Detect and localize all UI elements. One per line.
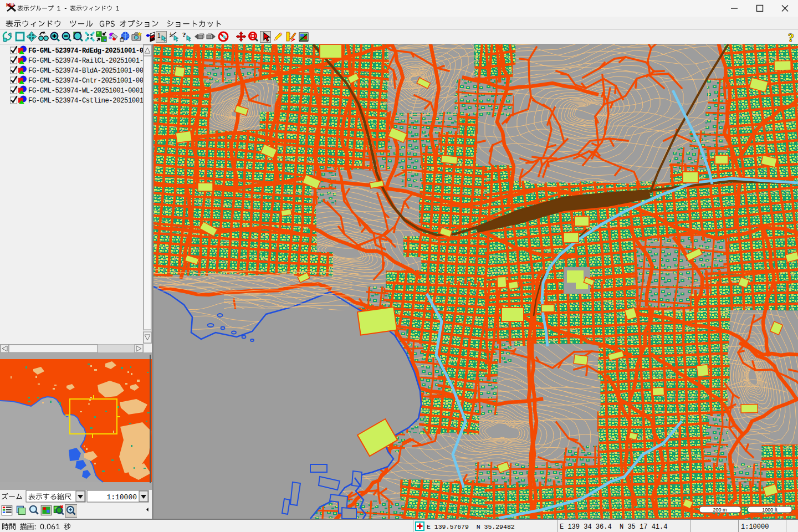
svg-text:?: ? xyxy=(182,31,186,39)
svg-text:FG-GML-523974-RailCL-20251001-: FG-GML-523974-RailCL-20251001- xyxy=(28,57,144,65)
svg-text:FG-GML-523974-WL-20251001-0001: FG-GML-523974-WL-20251001-0001 xyxy=(28,87,144,95)
svg-text:?: ? xyxy=(788,32,794,44)
svg-text:FG-GML-523974-Cntr-20251001-00: FG-GML-523974-Cntr-20251001-00 xyxy=(28,77,144,85)
svg-text:E 139.57679 N 35.29482: E 139.57679 N 35.29482 xyxy=(427,523,515,530)
svg-text:E 139 34 36.4 N 35 17 41.4: E 139 34 36.4 N 35 17 41.4 xyxy=(560,523,667,531)
svg-text:1: 1 xyxy=(157,33,161,39)
svg-text:FG-GML-523974-RdEdg-20251001-0: FG-GML-523974-RdEdg-20251001-0 xyxy=(28,47,144,55)
svg-text:FG-GML-523974-BldA-20251001-00: FG-GML-523974-BldA-20251001-00 xyxy=(28,67,144,75)
svg-text:1:10000: 1:10000 xyxy=(741,523,769,531)
svg-text:1:10000: 1:10000 xyxy=(106,493,137,502)
svg-text:200 m: 200 m xyxy=(713,507,727,513)
svg-text:FG-GML-523974-Cstline-20251001: FG-GML-523974-Cstline-20251001 xyxy=(28,97,144,105)
svg-text:1000 ft: 1000 ft xyxy=(762,507,777,513)
svg-text:-: - xyxy=(171,33,173,39)
